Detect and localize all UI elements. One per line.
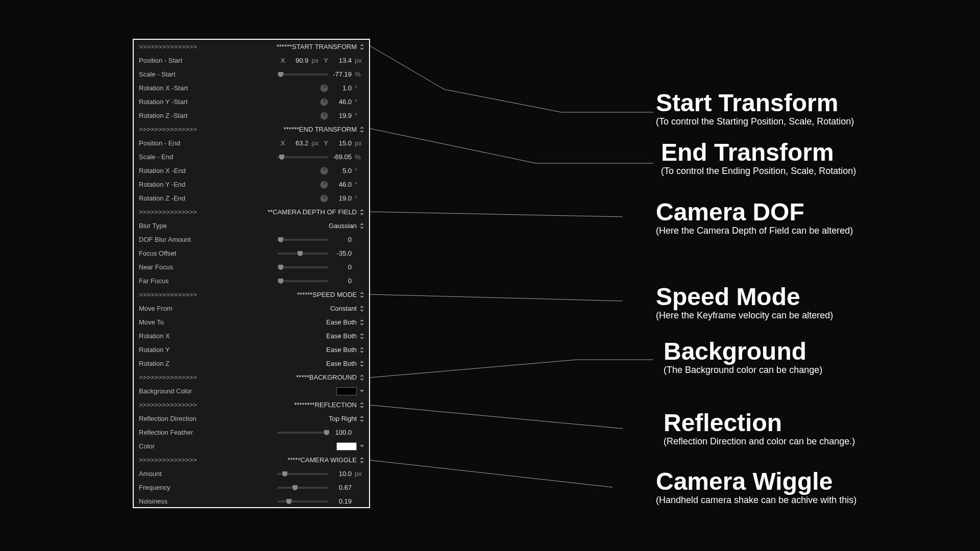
row-position-start: Position - Start X 90.9 px Y 13.4 px bbox=[134, 54, 369, 67]
reflection-dir-value[interactable]: Top Right bbox=[329, 415, 357, 422]
speed-rotx-value[interactable]: Ease Both bbox=[326, 332, 357, 340]
row-rotz-end: Rotation Z -End 19.0° bbox=[134, 191, 369, 205]
row-move-to: Move To Ease Both bbox=[134, 315, 369, 329]
scale-slider[interactable] bbox=[277, 156, 328, 158]
amount-slider[interactable] bbox=[277, 473, 328, 475]
section-prefix: >>>>>>>>>>>>>>> bbox=[139, 291, 197, 298]
feather-value[interactable]: 100.0 bbox=[331, 429, 352, 436]
param-label: Frequency bbox=[139, 484, 233, 491]
rot-value[interactable]: 5.0 bbox=[331, 167, 352, 174]
rotation-dial[interactable] bbox=[320, 194, 328, 203]
rot-value[interactable]: 1.0 bbox=[331, 84, 352, 92]
param-label: Rotation X -End bbox=[139, 167, 233, 174]
callout-wiggle: Camera Wiggle (Handheld camera shake can… bbox=[656, 469, 856, 506]
updown-icon[interactable] bbox=[360, 44, 364, 50]
section-title: *****BACKGROUND bbox=[297, 373, 357, 381]
rotation-dial[interactable] bbox=[320, 167, 328, 175]
callout-dof: Camera DOF (Here the Camera Depth of Fie… bbox=[656, 200, 853, 236]
rot-value[interactable]: 46.0 bbox=[331, 98, 352, 106]
updown-icon[interactable] bbox=[360, 402, 364, 408]
rot-value[interactable]: 19.9 bbox=[331, 112, 352, 119]
noisiness-value[interactable]: 0.19 bbox=[331, 497, 352, 505]
pos-y-value[interactable]: 13.4 bbox=[331, 57, 352, 64]
near-slider[interactable] bbox=[277, 266, 328, 268]
scale-value[interactable]: -69.05 bbox=[331, 153, 352, 161]
move-from-value[interactable]: Constant bbox=[330, 305, 357, 312]
rotation-dial[interactable] bbox=[320, 98, 328, 106]
rotation-dial[interactable] bbox=[320, 84, 328, 92]
row-blur-amount: DOF Blur Amount 0 bbox=[134, 233, 369, 246]
blur-value[interactable]: 0 bbox=[331, 236, 352, 243]
callout-title: End Transform bbox=[661, 140, 856, 165]
pos-x-value[interactable]: 90.9 bbox=[288, 57, 308, 64]
rotation-dial[interactable] bbox=[320, 181, 328, 189]
updown-icon[interactable] bbox=[360, 416, 364, 422]
axis-y-label: Y bbox=[324, 139, 328, 147]
feather-slider[interactable] bbox=[277, 432, 328, 434]
param-label: Position - End bbox=[139, 139, 233, 147]
axis-x-label: X bbox=[281, 139, 285, 147]
param-label: Reflection Direction bbox=[139, 415, 233, 422]
speed-roty-value[interactable]: Ease Both bbox=[326, 346, 357, 354]
updown-icon[interactable] bbox=[360, 306, 364, 312]
section-prefix: >>>>>>>>>>>>>>> bbox=[139, 456, 197, 464]
far-slider[interactable] bbox=[277, 280, 328, 282]
unit-pct: % bbox=[355, 70, 364, 78]
rotation-dial[interactable] bbox=[320, 112, 328, 120]
pos-x-value[interactable]: 63.2 bbox=[288, 139, 308, 147]
row-near-focus: Near Focus 0 bbox=[134, 260, 369, 274]
focus-slider[interactable] bbox=[277, 253, 328, 255]
scale-slider[interactable] bbox=[277, 73, 328, 76]
row-rotz-start: Rotation Z -Start 19.9 ° bbox=[134, 109, 369, 122]
blur-type-value[interactable]: Gaussian bbox=[329, 222, 357, 230]
updown-icon[interactable] bbox=[360, 292, 364, 298]
chevron-down-icon[interactable] bbox=[360, 445, 364, 447]
updown-icon[interactable] bbox=[360, 457, 364, 463]
scale-value[interactable]: -77.19 bbox=[331, 70, 352, 78]
updown-icon[interactable] bbox=[360, 223, 364, 229]
section-title: ******END TRANSFORM bbox=[283, 126, 357, 133]
frequency-slider[interactable] bbox=[277, 487, 328, 489]
near-value[interactable]: 0 bbox=[331, 263, 352, 271]
focus-value[interactable]: -35.0 bbox=[331, 249, 352, 257]
color-swatch[interactable] bbox=[336, 442, 357, 450]
callout-reflection: Reflection (Reflection Direction and col… bbox=[664, 411, 855, 447]
far-value[interactable]: 0 bbox=[331, 277, 352, 285]
chevron-down-icon[interactable] bbox=[360, 390, 364, 392]
color-swatch[interactable] bbox=[336, 387, 357, 395]
param-label: Scale - Start bbox=[139, 70, 233, 78]
move-to-value[interactable]: Ease Both bbox=[326, 318, 357, 326]
updown-icon[interactable] bbox=[360, 127, 364, 133]
param-label: Background Color bbox=[139, 387, 233, 395]
frequency-value[interactable]: 0.67 bbox=[331, 484, 352, 491]
param-label: Rotation X -Start bbox=[139, 84, 233, 92]
noisiness-slider[interactable] bbox=[277, 500, 328, 503]
row-scale-end: Scale - End -69.05 % bbox=[134, 150, 369, 164]
rot-value[interactable]: 19.0 bbox=[331, 194, 352, 202]
callout-title: Camera DOF bbox=[656, 200, 853, 224]
param-label: DOF Blur Amount bbox=[139, 236, 233, 243]
row-speed-rotz: Rotation Z Ease Both bbox=[134, 357, 369, 370]
rot-value[interactable]: 46.0 bbox=[331, 181, 352, 188]
updown-icon[interactable] bbox=[360, 361, 364, 367]
section-title: ******SPEED MODE bbox=[297, 291, 357, 298]
callout-subtitle: (Here the Keyframe velocity can be alter… bbox=[656, 310, 833, 321]
unit-px: px bbox=[355, 470, 364, 478]
blur-slider[interactable] bbox=[277, 239, 328, 241]
updown-icon[interactable] bbox=[360, 319, 364, 325]
amount-value[interactable]: 10.0 bbox=[331, 470, 352, 478]
updown-icon[interactable] bbox=[360, 347, 364, 353]
unit-px: px bbox=[355, 57, 364, 64]
section-header-dof: >>>>>>>>>>>>>>> **CAMERA DEPTH OF FIELD bbox=[134, 205, 369, 219]
callout-speed: Speed Mode (Here the Keyframe velocity c… bbox=[656, 285, 833, 321]
updown-icon[interactable] bbox=[360, 374, 364, 381]
section-header-start-transform: >>>>>>>>>>>>>>> ******START TRANSFORM bbox=[134, 40, 369, 54]
unit-deg: ° bbox=[355, 112, 364, 119]
unit-deg: ° bbox=[355, 194, 364, 202]
updown-icon[interactable] bbox=[360, 209, 364, 215]
callout-subtitle: (Here the Camera Depth of Field can be a… bbox=[656, 226, 853, 236]
updown-icon[interactable] bbox=[360, 333, 364, 339]
pos-y-value[interactable]: 15.0 bbox=[331, 139, 352, 147]
section-header-speed: >>>>>>>>>>>>>>> ******SPEED MODE bbox=[134, 288, 369, 302]
speed-rotz-value[interactable]: Ease Both bbox=[326, 360, 357, 367]
